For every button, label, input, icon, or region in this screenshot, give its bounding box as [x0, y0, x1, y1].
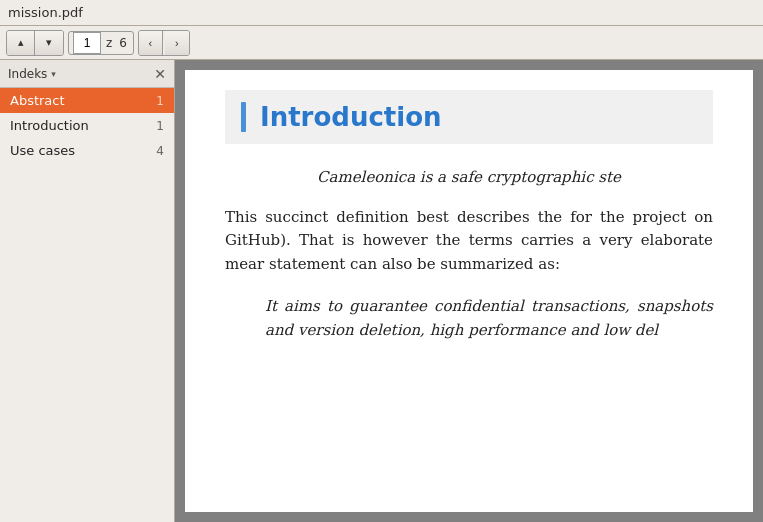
sidebar-header-left: Indeks ▾ — [8, 67, 56, 81]
pdf-section-header: Introduction — [225, 90, 713, 144]
page-nav-group: ‹ › — [138, 30, 190, 56]
sidebar-header: Indeks ▾ ✕ — [0, 60, 174, 88]
sidebar: Indeks ▾ ✕ Abstract 1 Introduction 1 Use… — [0, 60, 175, 522]
window-title: mission.pdf — [8, 5, 83, 20]
nav-arrow-group: ▴ ▾ — [6, 30, 64, 56]
next-page-button[interactable]: › — [165, 31, 189, 55]
italic-block-text: It aims to guarantee confidential transa… — [265, 297, 713, 339]
title-bar: mission.pdf — [0, 0, 763, 26]
sidebar-items: Abstract 1 Introduction 1 Use cases 4 — [0, 88, 174, 522]
main-area: Indeks ▾ ✕ Abstract 1 Introduction 1 Use… — [0, 60, 763, 522]
section-bar — [241, 102, 246, 132]
page-separator: z — [106, 36, 112, 50]
sidebar-item-label: Abstract — [10, 93, 65, 108]
italic-quote-text: Cameleonica is a safe cryptographic ste — [317, 168, 621, 186]
arrow-down-icon: ▾ — [46, 36, 52, 49]
sidebar-item-abstract[interactable]: Abstract 1 — [0, 88, 174, 113]
pdf-section-title: Introduction — [260, 102, 442, 132]
sidebar-item-introduction[interactable]: Introduction 1 — [0, 113, 174, 138]
arrow-up-icon: ▴ — [18, 36, 24, 49]
sidebar-item-page: 1 — [156, 119, 164, 133]
sidebar-item-label: Use cases — [10, 143, 75, 158]
sidebar-item-label: Introduction — [10, 118, 89, 133]
dropdown-icon[interactable]: ▾ — [51, 69, 56, 79]
sidebar-item-page: 1 — [156, 94, 164, 108]
nav-down-button[interactable]: ▾ — [35, 31, 63, 55]
pdf-italic-quote: Cameleonica is a safe cryptographic ste — [225, 168, 713, 186]
pdf-paragraph: This succinct definition best describes … — [225, 206, 713, 276]
sidebar-close-button[interactable]: ✕ — [154, 67, 166, 81]
chevron-left-icon: ‹ — [149, 37, 153, 49]
nav-up-button[interactable]: ▴ — [7, 31, 35, 55]
pdf-page: Introduction Cameleonica is a safe crypt… — [185, 70, 753, 512]
sidebar-title: Indeks — [8, 67, 47, 81]
pdf-area: Introduction Cameleonica is a safe crypt… — [175, 60, 763, 522]
page-counter: z 6 — [68, 31, 134, 55]
sidebar-item-page: 4 — [156, 144, 164, 158]
page-total: 6 — [119, 36, 127, 50]
sidebar-item-usecases[interactable]: Use cases 4 — [0, 138, 174, 163]
pdf-italic-block: It aims to guarantee confidential transa… — [265, 294, 713, 342]
prev-page-button[interactable]: ‹ — [139, 31, 163, 55]
chevron-right-icon: › — [175, 37, 179, 49]
toolbar: ▴ ▾ z 6 ‹ › — [0, 26, 763, 60]
page-input[interactable] — [73, 32, 101, 54]
